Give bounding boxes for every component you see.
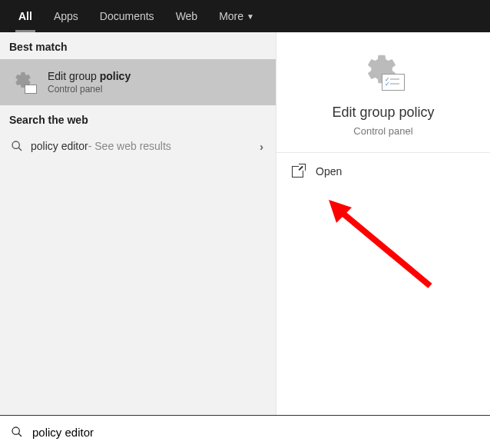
search-input[interactable] bbox=[32, 426, 490, 439]
search-icon bbox=[11, 140, 23, 152]
best-match-result[interactable]: Edit group policy Control panel bbox=[0, 59, 276, 105]
search-tabs: All Apps Documents Web More▼ bbox=[0, 0, 490, 32]
svg-point-0 bbox=[12, 141, 19, 148]
tab-all[interactable]: All bbox=[8, 0, 43, 32]
tab-more[interactable]: More▼ bbox=[208, 0, 265, 32]
preview-subtitle: Control panel bbox=[286, 125, 481, 137]
result-subtitle: Control panel bbox=[48, 84, 131, 95]
best-match-header: Best match bbox=[0, 32, 276, 59]
preview-gpedit-icon: ✓ ✓ bbox=[362, 51, 405, 94]
web-suffix: - See web results bbox=[88, 140, 171, 152]
open-label: Open bbox=[316, 165, 342, 178]
gpedit-icon bbox=[14, 71, 37, 94]
web-query: policy editor bbox=[31, 140, 88, 152]
result-title: Edit group policy bbox=[48, 70, 131, 82]
results-pane: Best match Edit group policy Control pan… bbox=[0, 32, 276, 415]
chevron-down-icon: ▼ bbox=[247, 12, 254, 21]
search-bar bbox=[0, 415, 490, 448]
svg-point-3 bbox=[12, 427, 19, 434]
tab-documents[interactable]: Documents bbox=[89, 0, 165, 32]
tab-apps[interactable]: Apps bbox=[43, 0, 89, 32]
preview-pane: ✓ ✓ Edit group policy Control panel Open bbox=[276, 32, 490, 415]
svg-line-1 bbox=[18, 148, 22, 151]
preview-title: Edit group policy bbox=[286, 105, 481, 121]
tab-web[interactable]: Web bbox=[165, 0, 209, 32]
search-web-header: Search the web bbox=[0, 105, 276, 132]
search-icon bbox=[11, 426, 23, 438]
open-action[interactable]: Open bbox=[276, 153, 490, 190]
open-icon bbox=[292, 166, 303, 178]
svg-line-4 bbox=[18, 433, 22, 436]
web-result[interactable]: policy editor - See web results › bbox=[0, 132, 276, 160]
chevron-right-icon[interactable]: › bbox=[260, 140, 263, 153]
